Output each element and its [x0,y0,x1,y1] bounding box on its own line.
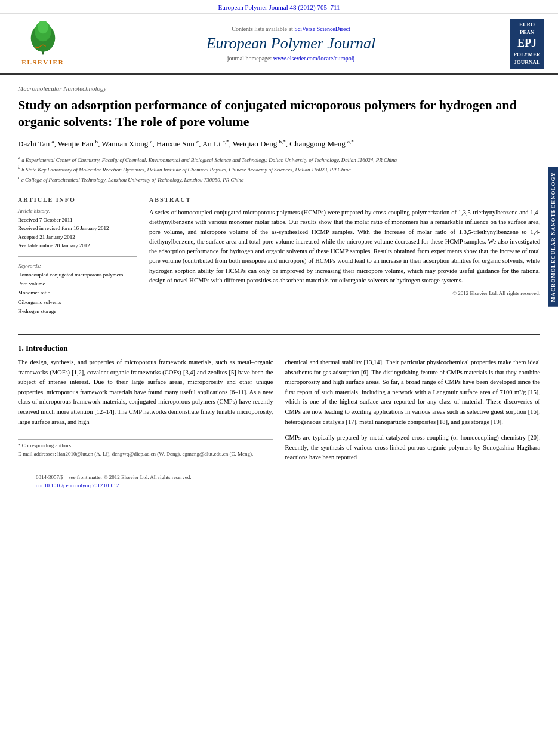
keywords-section: Keywords: Homocoupled conjugated micropo… [18,263,137,316]
keyword-3: Monomer ratio [18,288,137,297]
badge-euro: EUROPEAN [519,21,535,35]
badge-polymer: POLYMERJOURNAL [513,51,540,65]
doi-text[interactable]: doi:10.1016/j.europolymj.2012.01.012 [36,483,119,488]
article-history: Article history: Received 7 October 2011… [18,208,137,250]
authors-text: Dazhi Tan a, Wenjie Fan b, Wannan Xiong … [18,139,354,148]
journal-header: ELSEVIER Contents lists available at Sci… [0,14,558,75]
body-left: The design, synthesis, and properties of… [18,358,273,463]
article-info-header: ARTICLE INFO [18,196,137,203]
main-content: Macromolecular Nanotechnology Study on a… [0,81,558,505]
history-label: Article history: [18,208,137,214]
article-info-abstract: ARTICLE INFO Article history: Received 7… [18,196,540,328]
corresponding-author-note: * Corresponding authors. [18,442,273,450]
doi-line: doi:10.1016/j.europolymj.2012.01.012 [36,481,522,490]
sciverse-link[interactable]: SciVerse ScienceDirect [294,26,350,32]
email-label: E-mail addresses: [18,451,56,457]
page-container: European Polymer Journal 48 (2012) 705–7… [0,0,558,756]
sciverse-line: Contents lists available at SciVerse Sci… [85,26,497,32]
citation-text: European Polymer Journal 48 (2012) 705–7… [218,4,340,11]
intro-label: Introduction [26,343,68,352]
journal-center: Contents lists available at SciVerse Sci… [79,26,503,62]
online-date: Available online 28 January 2012 [18,241,137,250]
right-column: ABSTRACT A series of homocoupled conjuga… [149,196,540,328]
homepage-label: journal homepage: [227,55,272,62]
revised-date: Received in revised form 16 January 2012 [18,224,137,232]
body-columns: The design, synthesis, and properties of… [18,358,540,463]
left-separator-2 [18,322,137,322]
copyright: © 2012 Elsevier Ltd. All rights reserved… [149,290,540,296]
journal-homepage: journal homepage: www.elsevier.com/locat… [85,55,497,62]
abstract-header: ABSTRACT [149,196,540,203]
section-label: Macromolecular Nanotechnology [18,81,540,92]
badge-epj: EPJ [513,36,540,51]
keywords-label: Keywords: [18,263,137,269]
email-line: E-mail addresses: lian2010@lut.cn (A. Li… [18,450,273,459]
introduction-section: 1. Introduction The design, synthesis, a… [18,343,540,463]
elsevier-label: ELSEVIER [21,59,64,66]
separator-2 [18,334,540,335]
intro-right-text: chemical and thermal stability [13,14]. … [285,358,541,427]
body-right: chemical and thermal stability [13,14]. … [285,358,541,463]
article-title: Study on adsorption performance of conju… [18,97,540,131]
keyword-2: Pore volume [18,279,137,288]
left-separator [18,256,137,257]
intro-num: 1. [18,343,24,352]
separator [18,190,540,190]
affiliation-a: a a Experimental Center of Chemistry, Fa… [18,155,540,165]
top-citation-bar: European Polymer Journal 48 (2012) 705–7… [0,0,558,14]
homepage-url[interactable]: www.elsevier.com/locate/europolj [273,55,355,62]
abstract-text: A series of homocoupled conjugated micro… [149,208,540,285]
intro-right-text-2: CMPs are typically prepared by metal-cat… [285,433,541,463]
keyword-4: Oil/organic solvents [18,298,137,307]
epj-logo: EUROPEAN EPJ POLYMERJOURNAL [503,19,551,69]
keyword-5: Hydrogen storage [18,307,137,316]
journal-title: European Polymer Journal [85,35,497,53]
affiliations: a a Experimental Center of Chemistry, Fa… [18,155,540,185]
side-tab: MACROMOLECULAR NANOTECHNOLOGY [548,167,558,307]
footnote-section: * Corresponding authors. E-mail addresse… [18,439,273,458]
affiliation-c: c c College of Petrochemical Technology,… [18,174,540,185]
sciverse-prefix: Contents lists available at [232,26,292,32]
intro-title: 1. Introduction [18,343,540,353]
elsevier-tree-icon [16,21,70,57]
received-date: Received 7 October 2011 [18,216,137,224]
affiliation-b: b b State Key Laboratory of Molecular Re… [18,164,540,174]
left-column: ARTICLE INFO Article history: Received 7… [18,196,137,328]
intro-left-text: The design, synthesis, and properties of… [18,358,273,427]
epj-badge: EUROPEAN EPJ POLYMERJOURNAL [510,19,544,69]
keyword-1: Homocoupled conjugated microporous polym… [18,271,137,279]
accepted-date: Accepted 21 January 2012 [18,233,137,241]
email-addresses: lian2010@lut.cn (A. Li), dengwq@dicp.ac.… [57,451,253,457]
elsevier-logo: ELSEVIER [7,21,79,66]
issn-line: 0014-3057/$ – see front matter © 2012 El… [36,473,522,481]
bottom-bar: 0014-3057/$ – see front matter © 2012 El… [18,469,540,493]
authors: Dazhi Tan a, Wenjie Fan b, Wannan Xiong … [18,138,540,150]
